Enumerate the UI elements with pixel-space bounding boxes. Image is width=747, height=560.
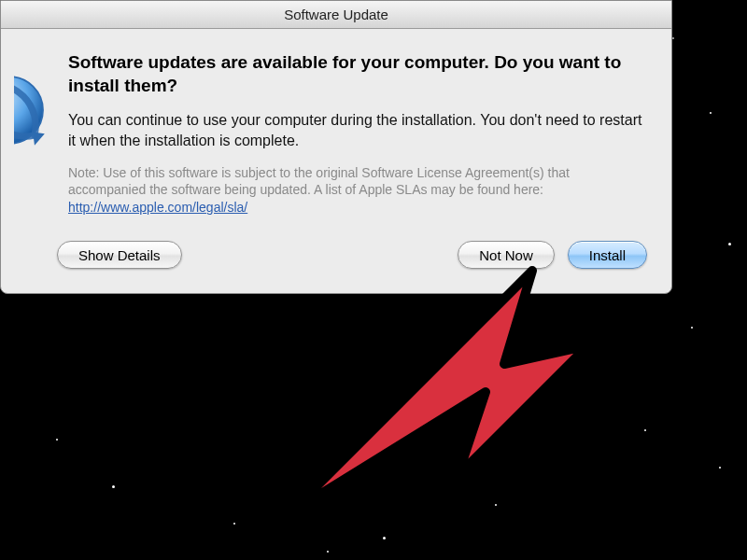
dialog-titlebar: Software Update [1,1,671,29]
not-now-button[interactable]: Not Now [458,241,555,269]
install-button[interactable]: Install [568,241,647,269]
license-link[interactable]: http://www.apple.com/legal/sla/ [68,200,247,215]
dialog-button-row: Show Details Not Now Install [1,233,671,293]
dialog-text-column: Software updates are available for your … [68,51,647,217]
software-update-globe-icon [14,68,51,152]
show-details-button[interactable]: Show Details [57,241,182,269]
dialog-note-prefix: Note: Use of this software is subject to… [68,165,570,198]
dialog-content: Software updates are available for your … [1,29,671,233]
dialog-license-note: Note: Use of this software is subject to… [68,164,647,217]
dialog-heading: Software updates are available for your … [68,51,647,97]
software-update-dialog: Software Update Software updates ar [0,0,672,294]
dialog-title: Software Update [284,7,388,22]
dialog-subtext: You can continue to use your computer du… [68,110,647,150]
dialog-icon-column [14,51,51,217]
